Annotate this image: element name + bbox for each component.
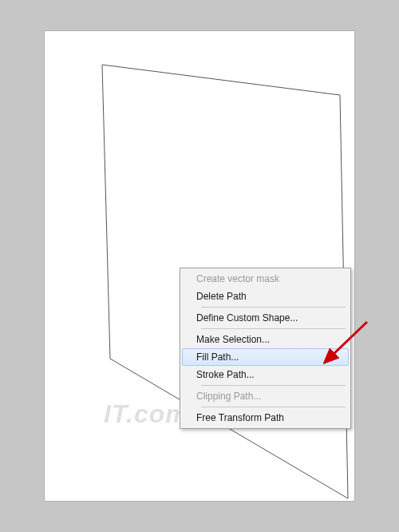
menu-separator [201, 407, 346, 407]
menu-item-clipping-path: Clipping Path... [182, 387, 349, 405]
menu-item-stroke-path[interactable]: Stroke Path... [182, 366, 349, 383]
menu-item-free-transform-path[interactable]: Free Transform Path [182, 409, 349, 427]
menu-separator [201, 385, 346, 386]
context-menu: Create vector maskDelete PathDefine Cust… [180, 268, 351, 429]
menu-item-define-custom-shape[interactable]: Define Custom Shape... [182, 309, 349, 327]
menu-item-create-vector-mask: Create vector mask [182, 270, 349, 288]
menu-item-fill-path[interactable]: Fill Path... [182, 348, 349, 366]
menu-item-make-selection[interactable]: Make Selection... [182, 331, 349, 348]
menu-separator [201, 307, 346, 308]
canvas-area[interactable] [44, 30, 355, 502]
menu-separator [201, 328, 346, 329]
menu-item-delete-path[interactable]: Delete Path [182, 288, 349, 305]
shape-path [45, 31, 354, 501]
